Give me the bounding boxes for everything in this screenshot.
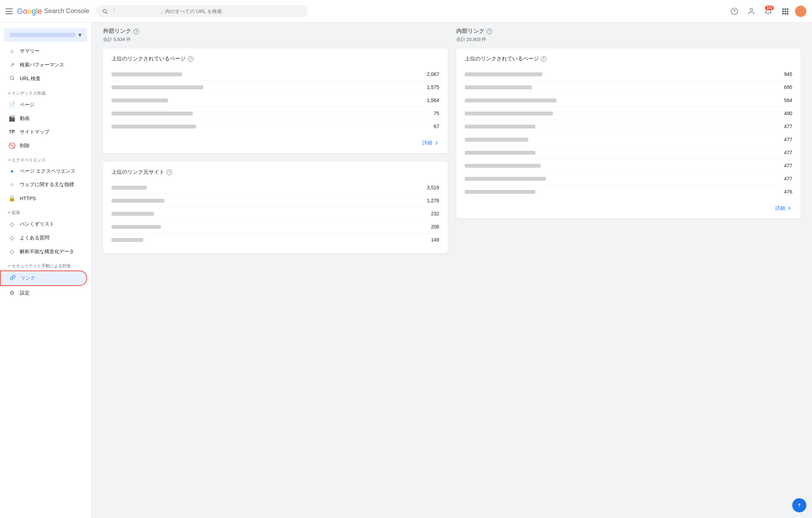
row-value: 477 [775, 163, 792, 168]
video-icon: 🎬 [8, 115, 16, 122]
sitemap-icon: 🗺 [8, 129, 16, 135]
search-icon [102, 8, 108, 14]
row-value: 1,276 [422, 198, 439, 203]
sidebar-item-pages[interactable]: 📄 ページ [0, 98, 87, 112]
url-bar [112, 112, 193, 115]
url-bar [465, 190, 535, 194]
row-value: 564 [775, 97, 792, 103]
header: Google Search Console [0, 0, 812, 23]
section-index-creation[interactable]: インデックス作成 [0, 86, 91, 98]
removal-icon: 🚫 [8, 142, 16, 149]
row-value: 476 [775, 189, 792, 195]
table-row: 477 [465, 159, 793, 172]
sidebar-label-sitemap: サイトマップ [20, 129, 49, 135]
logo-o2: o [27, 7, 31, 16]
section-security[interactable]: セキュリティと手動による対策 [0, 258, 91, 262]
url-bar [112, 186, 147, 190]
section-experience-label: エクスペリエンス [12, 157, 46, 163]
url-bar [112, 99, 168, 102]
sidebar-item-page-experience[interactable]: ● ページ エクスペリエンス [0, 165, 87, 178]
internal-top-linked-footer: 詳細 [465, 202, 793, 212]
help-icon-btn[interactable] [727, 4, 741, 18]
sidebar-item-url-inspection[interactable]: URL 検査 [0, 72, 87, 86]
pages-icon: 📄 [8, 101, 16, 108]
sidebar-item-summary[interactable]: ⌂ サマリー [0, 44, 87, 58]
internal-top-linked-pages-rows: 945 695 564 490 [465, 68, 793, 198]
sidebar-item-video[interactable]: 🎬 動画 [0, 112, 87, 125]
menu-icon[interactable] [6, 8, 13, 14]
content-columns: 外部リンク ? 合計 5,834 件 上位のリンクされているページ ? 2,06… [103, 28, 801, 253]
top-linking-sites-info-icon[interactable]: ? [167, 169, 172, 175]
external-top-linked-detail-link[interactable]: 詳細 [422, 140, 439, 146]
top-linked-pages-info-icon[interactable]: ? [188, 56, 193, 62]
sidebar-label-breadcrumb: パンくずリスト [20, 221, 54, 227]
faq-icon: ◇ [8, 234, 16, 241]
sidebar-item-sitemap[interactable]: 🗺 サイトマップ [0, 125, 87, 139]
external-top-linked-pages-title: 上位のリンクされているページ ? [112, 55, 439, 62]
svg-rect-4 [784, 8, 786, 10]
sidebar-item-breadcrumb[interactable]: ◇ パンくずリスト [0, 217, 87, 231]
row-value: 477 [775, 150, 792, 155]
internal-top-linked-pages-title: 上位のリンクされているページ ? [465, 55, 793, 62]
search-bar[interactable] [96, 5, 308, 17]
apps-icon [781, 7, 789, 15]
site-selector[interactable]: ▾ [4, 28, 87, 42]
internal-links-count: 合計 20,903 件 [456, 36, 801, 43]
logo-g2: g [32, 7, 36, 16]
avatar[interactable] [795, 6, 806, 17]
external-top-linking-sites-rows: 3,519 1,276 232 208 [112, 181, 439, 246]
help-icon [730, 7, 738, 15]
row-value: 2,067 [422, 71, 439, 77]
row-value: 149 [422, 237, 439, 243]
section-extensions[interactable]: 拡張 [0, 205, 91, 217]
table-row: 149 [112, 233, 439, 246]
table-row: 1,575 [112, 81, 439, 94]
row-value: 67 [422, 124, 439, 129]
sidebar-item-removal[interactable]: 🚫 削除 [0, 139, 87, 153]
sidebar-label-search-performance: 検索パフォーマンス [20, 62, 64, 68]
logo-e: e [38, 7, 42, 16]
sidebar: ▾ ⌂ サマリー ↗ 検索パフォーマンス URL 検査 インデックス作成 📄 ペ… [0, 23, 92, 262]
table-row: 490 [465, 107, 793, 120]
table-row: 75 [112, 107, 439, 120]
search-input[interactable] [111, 8, 302, 14]
sidebar-label-removal: 削除 [20, 143, 30, 149]
unparseable-icon: ◇ [8, 248, 16, 255]
internal-links-title: 内部リンク ? [456, 28, 801, 35]
section-extensions-label: 拡張 [12, 210, 20, 216]
internal-links-info-icon[interactable]: ? [487, 29, 492, 34]
logo: Google Search Console [17, 7, 89, 16]
internal-top-linked-pages-info-icon[interactable]: ? [541, 56, 547, 62]
internal-top-linked-detail-link[interactable]: 詳細 [775, 205, 792, 212]
row-value: 208 [422, 224, 439, 230]
sidebar-item-https[interactable]: 🔒 HTTPS [0, 191, 87, 205]
dropdown-icon: ▾ [78, 31, 82, 39]
sidebar-item-unparseable[interactable]: ◇ 解析不能な構造化データ [0, 245, 87, 258]
external-top-linking-sites-title: 上位のリンク元サイト ? [112, 169, 439, 175]
svg-rect-3 [782, 8, 784, 10]
external-top-linked-pages-rows: 2,067 1,575 1,564 75 [112, 68, 439, 133]
table-row: 1,276 [112, 194, 439, 207]
table-row: 477 [465, 133, 793, 146]
account-icon-btn[interactable] [744, 4, 758, 18]
table-row: 2,067 [112, 68, 439, 81]
apps-icon-btn[interactable] [778, 4, 792, 18]
notifications-icon-btn[interactable]: 102 [761, 4, 775, 18]
section-experience[interactable]: エクスペリエンス [0, 153, 91, 165]
svg-rect-5 [787, 8, 789, 10]
url-bar [112, 225, 161, 229]
svg-rect-10 [784, 13, 786, 14]
external-top-linked-footer: 詳細 [112, 137, 439, 146]
url-bar [112, 72, 182, 76]
main-content: リンク 外部リンクをエクスポート 外部リンク ? 合計 5,834 件 [92, 0, 812, 262]
sidebar-item-faq[interactable]: ◇ よくある質問 [0, 231, 87, 245]
url-bar [465, 177, 546, 181]
sidebar-item-search-performance[interactable]: ↗ 検索パフォーマンス [0, 58, 87, 72]
app-title: Search Console [44, 7, 89, 15]
external-links-info-icon[interactable]: ? [133, 29, 139, 34]
row-value: 232 [422, 211, 439, 216]
row-value: 695 [775, 84, 792, 90]
url-bar [112, 212, 154, 216]
url-bar [465, 151, 535, 155]
sidebar-item-web-vitals[interactable]: ○ ウェブに関する主な指標 [0, 178, 87, 191]
